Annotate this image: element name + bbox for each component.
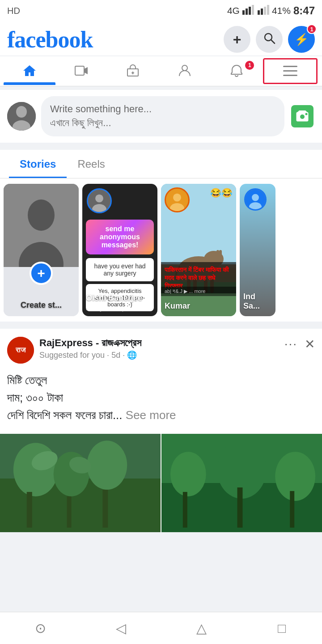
create-story-label: Create st... bbox=[7, 301, 75, 310]
svg-rect-17 bbox=[283, 70, 297, 72]
svg-rect-1 bbox=[246, 8, 248, 15]
svg-rect-2 bbox=[249, 7, 251, 15]
svg-point-56 bbox=[87, 441, 127, 490]
separator1 bbox=[0, 143, 322, 146]
app-header: facebook + ⚡ 1 bbox=[0, 21, 322, 55]
messenger-icon: ⚡ bbox=[294, 33, 309, 47]
header-icons: + ⚡ 1 bbox=[224, 26, 315, 53]
svg-rect-5 bbox=[261, 8, 263, 15]
anon-box: send me anonymous messages! bbox=[86, 220, 154, 254]
svg-marker-11 bbox=[84, 67, 88, 74]
tab-menu[interactable] bbox=[263, 58, 318, 84]
add-photo-button[interactable] bbox=[290, 104, 315, 129]
svg-point-54 bbox=[13, 443, 58, 496]
oishi-avatar bbox=[87, 188, 112, 213]
svg-line-9 bbox=[271, 40, 275, 43]
svg-point-48 bbox=[252, 194, 259, 201]
post-close-button[interactable]: ✕ bbox=[305, 337, 315, 352]
globe-icon: 🌐 bbox=[127, 351, 137, 360]
post-input[interactable]: Write something here... এখানে কিছু লিখুন… bbox=[41, 96, 284, 136]
time-display: 8:47 bbox=[293, 4, 315, 17]
svg-point-25 bbox=[305, 113, 308, 115]
svg-point-66 bbox=[275, 452, 315, 501]
create-story-card[interactable]: + Create st... bbox=[4, 184, 79, 316]
news-subtext: ab| ग&.J ▶ ... more bbox=[161, 287, 236, 296]
post-line3: দেশি বিদেশি সকল ফলের চারা... See more bbox=[7, 407, 315, 424]
post-author-info: RajExpress - রাজএক্সপ্রেস Suggested for … bbox=[39, 337, 141, 360]
battery-text: 41% bbox=[272, 5, 291, 16]
tab-video[interactable] bbox=[55, 57, 107, 85]
svg-rect-57 bbox=[27, 492, 32, 528]
story-oishi[interactable]: send me anonymous messages! have you eve… bbox=[82, 184, 157, 316]
see-more-button[interactable]: See more bbox=[126, 408, 176, 422]
question-box: have you ever had any surgery bbox=[86, 258, 154, 281]
svg-point-31 bbox=[95, 194, 103, 202]
user-avatar bbox=[7, 102, 36, 131]
post-image-left bbox=[0, 434, 161, 532]
svg-point-45 bbox=[173, 193, 181, 201]
svg-point-24 bbox=[300, 114, 305, 119]
post-placeholder2: এখানে কিছু লিখুন... bbox=[50, 116, 275, 130]
post-line1: মিষ্টি তেতুল bbox=[7, 372, 315, 389]
tab-stories[interactable]: Stories bbox=[9, 150, 67, 178]
tab-notifications[interactable]: 1 bbox=[211, 57, 263, 85]
svg-rect-59 bbox=[102, 490, 108, 528]
post-author: राज RajExpress - রাজএক্সপ্রেস Suggested … bbox=[7, 337, 141, 364]
svg-rect-58 bbox=[67, 496, 72, 528]
nav-location[interactable]: ⊙ bbox=[27, 620, 54, 636]
svg-rect-3 bbox=[252, 5, 254, 15]
post-line2: দাম; ৩০০ টাকা bbox=[7, 389, 315, 407]
svg-rect-0 bbox=[242, 10, 245, 15]
post-text: মিষ্টি তেতুল দাম; ৩০০ টাকা দেশি বিদেশি স… bbox=[7, 372, 315, 424]
bottom-nav: ⊙ ◁ △ □ bbox=[0, 612, 322, 644]
add-button[interactable]: + bbox=[224, 26, 250, 53]
oishi-name: Oishi Banerjee bbox=[86, 293, 154, 303]
search-icon bbox=[263, 32, 275, 47]
tab-reels[interactable]: Reels bbox=[67, 150, 115, 178]
svg-rect-10 bbox=[75, 66, 84, 75]
stories-reels-tabs: Stories Reels bbox=[0, 150, 322, 178]
photo-icon bbox=[291, 105, 314, 127]
kumar-name: Kumar bbox=[165, 301, 233, 311]
notifications-badge: 1 bbox=[245, 61, 254, 70]
tab-people[interactable] bbox=[159, 57, 211, 85]
ind-avatar bbox=[244, 188, 267, 211]
svg-rect-69 bbox=[290, 491, 294, 528]
wifi-signal bbox=[258, 5, 269, 17]
post-card: राज RajExpress - রাজএক্সপ্রেস Suggested … bbox=[0, 329, 322, 532]
svg-point-28 bbox=[28, 199, 55, 231]
page-avatar: राज bbox=[7, 337, 34, 364]
post-placeholder1: Write something here... bbox=[50, 102, 275, 116]
tab-store[interactable] bbox=[107, 57, 159, 85]
page-name-english: RajExpress - রাজএক্সপ্রেস bbox=[39, 337, 141, 350]
svg-rect-4 bbox=[258, 10, 260, 15]
create-story-plus: + bbox=[30, 262, 53, 285]
post-options: ··· ✕ bbox=[284, 337, 315, 352]
svg-rect-6 bbox=[264, 7, 266, 15]
svg-rect-39 bbox=[219, 250, 222, 258]
story-kumar[interactable]: 😂😂 पाकिस्तान में टिंबर माफिया की मदद करन… bbox=[161, 184, 236, 316]
messenger-badge: 1 bbox=[307, 24, 317, 34]
stories-list: + Create st... send me anonymous message… bbox=[0, 178, 322, 322]
svg-point-15 bbox=[182, 65, 187, 71]
tab-home[interactable] bbox=[4, 57, 55, 85]
story-ind[interactable]: Ind Sa... bbox=[240, 184, 275, 316]
svg-point-64 bbox=[170, 452, 206, 496]
svg-rect-67 bbox=[183, 492, 187, 528]
signal-indicator: 4G bbox=[227, 5, 240, 16]
nav-home[interactable]: △ bbox=[188, 620, 215, 636]
post-images bbox=[0, 434, 322, 532]
messenger-button[interactable]: ⚡ 1 bbox=[288, 26, 315, 53]
svg-text:राज: राज bbox=[15, 346, 26, 353]
svg-rect-18 bbox=[283, 75, 297, 76]
post-meta: Suggested for you · 5d · 🌐 bbox=[39, 350, 141, 360]
search-button[interactable] bbox=[256, 26, 283, 53]
nav-tabs: 1 bbox=[0, 56, 322, 86]
ind-name: Ind Sa... bbox=[243, 292, 272, 311]
post-more-options[interactable]: ··· bbox=[284, 337, 297, 351]
bottom-spacer bbox=[0, 532, 322, 568]
stories-section: Stories Reels + Create st... bbox=[0, 150, 322, 322]
nav-recents[interactable]: □ bbox=[268, 621, 295, 636]
nav-back[interactable]: ◁ bbox=[107, 620, 134, 636]
status-right: 4G 41% 8:47 bbox=[227, 4, 315, 17]
